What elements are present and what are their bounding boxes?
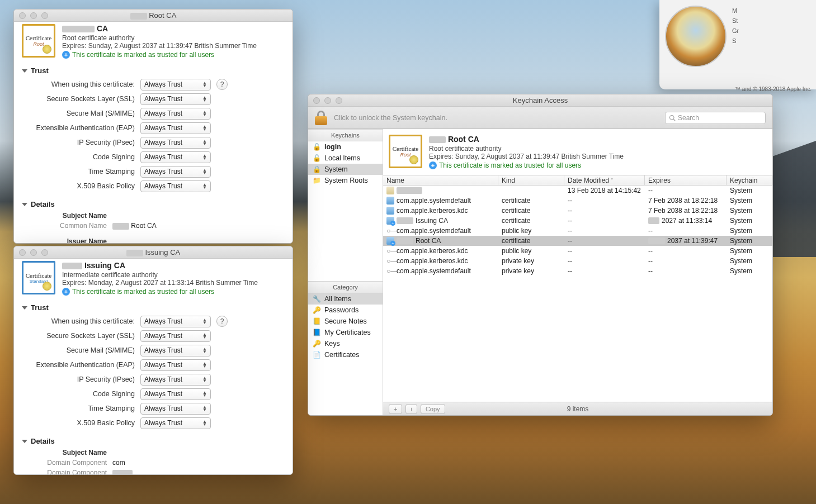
sidebar-item-keys[interactable]: 🔑Keys bbox=[308, 338, 383, 349]
cell-date: -- bbox=[564, 216, 645, 226]
disclosure-icon bbox=[22, 69, 27, 73]
trust-row-select[interactable]: Always Trust▲▼ bbox=[140, 330, 211, 342]
cert-trust-status: +This certificate is marked as trusted f… bbox=[62, 51, 257, 59]
titlebar[interactable]: Issuing CA bbox=[14, 246, 293, 259]
add-button[interactable]: + bbox=[389, 404, 402, 414]
table-row[interactable]: com.apple.kerberos.kdc certificate -- 7 … bbox=[383, 206, 772, 216]
sidebar-item-my-certificates[interactable]: 📘My Certificates bbox=[308, 327, 383, 338]
cell-name: com.apple.kerberos.kdc bbox=[397, 207, 468, 215]
certificate-icon: CertificateRoot bbox=[22, 24, 55, 58]
table-row[interactable]: com.apple.systemdefault public key -- --… bbox=[383, 226, 772, 236]
column-header-kind[interactable]: Kind bbox=[498, 175, 564, 185]
info-button[interactable]: i bbox=[405, 404, 417, 414]
trust-section-toggle[interactable]: Trust bbox=[14, 64, 293, 77]
table-row[interactable]: 13 Feb 2018 at 14:15:42 -- System bbox=[383, 186, 772, 196]
trust-row-select[interactable]: Always Trust▲▼ bbox=[140, 122, 211, 134]
cell-kind: private key bbox=[498, 256, 564, 266]
sidebar-item-system[interactable]: 🔒System bbox=[308, 164, 383, 175]
mycert-icon: 📘 bbox=[313, 329, 321, 337]
about-line: Gr bbox=[732, 26, 739, 36]
minimize-button[interactable] bbox=[30, 249, 37, 256]
when-using-select[interactable]: Always Trust▲▼ bbox=[140, 316, 211, 327]
trust-row-select[interactable]: Always Trust▲▼ bbox=[140, 180, 211, 192]
cell-name: Issuing CA bbox=[416, 217, 448, 225]
items-table: Name Kind Date Modified˄ Expires Keychai… bbox=[383, 175, 772, 402]
table-row[interactable]: com.apple.systemdefault certificate -- 7… bbox=[383, 196, 772, 206]
table-row[interactable]: com.apple.kerberos.kdc public key -- -- … bbox=[383, 246, 772, 256]
table-row[interactable]: Issuing CA certificate -- 2027 at 11:33:… bbox=[383, 216, 772, 226]
toolbar: Click to unlock the System keychain. Sea… bbox=[308, 107, 772, 129]
when-using-label: When using this certificate: bbox=[22, 317, 140, 325]
trust-row-select[interactable]: Always Trust▲▼ bbox=[140, 417, 211, 429]
column-header-expires[interactable]: Expires bbox=[645, 175, 727, 185]
details-section-toggle[interactable]: Details bbox=[14, 435, 293, 448]
disclosure-icon bbox=[22, 203, 27, 206]
cert-name: Issuing CA bbox=[62, 261, 258, 270]
lock-keychain-button[interactable] bbox=[315, 111, 327, 125]
sidebar-item-passwords[interactable]: 🔑Passwords bbox=[308, 305, 383, 316]
cell-kind: certificate bbox=[498, 196, 564, 206]
dc-label: Domain Component bbox=[22, 459, 112, 467]
table-row[interactable]: com.apple.systemdefault private key -- -… bbox=[383, 266, 772, 276]
trust-row-select[interactable]: Always Trust▲▼ bbox=[140, 137, 211, 149]
zoom-button[interactable] bbox=[41, 249, 48, 256]
trust-row-select[interactable]: Always Trust▲▼ bbox=[140, 93, 211, 105]
details-section-toggle[interactable]: Details bbox=[14, 198, 293, 211]
cert-trust-status: +This certificate is marked as trusted f… bbox=[62, 288, 258, 296]
zoom-button[interactable] bbox=[336, 97, 342, 104]
cert-subtitle: Intermediate certificate authority bbox=[62, 271, 258, 279]
sidebar-item-label: Secure Notes bbox=[324, 317, 367, 325]
search-input[interactable]: Search bbox=[665, 112, 766, 124]
table-row[interactable]: com.apple.kerberos.kdc private key -- --… bbox=[383, 256, 772, 266]
trust-row-select[interactable]: Always Trust▲▼ bbox=[140, 359, 211, 371]
trust-row-select[interactable]: Always Trust▲▼ bbox=[140, 374, 211, 386]
when-using-select[interactable]: Always Trust▲▼ bbox=[140, 79, 211, 91]
titlebar[interactable]: Root CA bbox=[14, 9, 293, 22]
trust-row-select[interactable]: Always Trust▲▼ bbox=[140, 388, 211, 400]
column-header-date[interactable]: Date Modified˄ bbox=[564, 175, 645, 185]
trust-row-select[interactable]: Always Trust▲▼ bbox=[140, 166, 211, 178]
minimize-button[interactable] bbox=[30, 12, 37, 19]
trust-section-toggle[interactable]: Trust bbox=[14, 301, 293, 314]
trust-row-select[interactable]: Always Trust▲▼ bbox=[140, 345, 211, 356]
common-name-label: Common Name bbox=[22, 222, 112, 230]
close-button[interactable] bbox=[19, 249, 26, 256]
help-button[interactable]: ? bbox=[216, 79, 228, 90]
table-row[interactable]: Root CA certificate -- 2037 at 11:39:47 … bbox=[383, 236, 772, 246]
sidebar-item-login[interactable]: 🔓login bbox=[308, 141, 383, 153]
window-title: Keychain Access bbox=[308, 96, 772, 104]
sidebar-item-local-items[interactable]: 🔓Local Items bbox=[308, 153, 383, 164]
cert-expiry: Expires: Sunday, 2 August 2037 at 11:39:… bbox=[62, 42, 257, 50]
sidebar-item-all-items[interactable]: 🔧All Items bbox=[308, 293, 383, 305]
close-button[interactable] bbox=[313, 97, 320, 104]
zoom-button[interactable] bbox=[41, 12, 48, 19]
column-header-keychain[interactable]: Keychain bbox=[727, 175, 772, 185]
cell-keychain: System bbox=[727, 206, 772, 216]
sidebar-item-system-roots[interactable]: 📁System Roots bbox=[308, 175, 383, 186]
trust-row-select[interactable]: Always Trust▲▼ bbox=[140, 403, 211, 415]
when-using-label: When using this certificate: bbox=[22, 80, 140, 88]
sidebar-item-certificates[interactable]: 📄Certificates bbox=[308, 349, 383, 360]
trust-row-select[interactable]: Always Trust▲▼ bbox=[140, 108, 211, 120]
cell-date: -- bbox=[564, 256, 645, 266]
titlebar[interactable]: Keychain Access bbox=[308, 94, 772, 107]
help-button[interactable]: ? bbox=[216, 316, 228, 327]
cell-date: -- bbox=[564, 246, 645, 256]
all-icon: 🔧 bbox=[313, 295, 321, 303]
cell-expires: 2027 at 11:33:14 bbox=[645, 216, 727, 226]
cell-keychain: System bbox=[727, 216, 772, 226]
issuer-name-heading: Issuer Name bbox=[22, 237, 112, 243]
trust-row-select[interactable]: Always Trust▲▼ bbox=[140, 151, 211, 163]
minimize-button[interactable] bbox=[324, 97, 331, 104]
cell-kind: certificate bbox=[498, 216, 564, 226]
row-type-icon bbox=[386, 187, 394, 194]
cell-keychain: System bbox=[727, 246, 772, 256]
sidebar-item-secure-notes[interactable]: 📒Secure Notes bbox=[308, 316, 383, 327]
trust-row-label: Secure Mail (S/MIME) bbox=[22, 110, 140, 117]
cert-subtitle: Root certificate authority bbox=[62, 34, 257, 42]
cell-kind: public key bbox=[498, 246, 564, 256]
column-header-name[interactable]: Name bbox=[383, 175, 498, 185]
copy-button[interactable]: Copy bbox=[421, 404, 445, 414]
cell-date: -- bbox=[564, 236, 645, 246]
close-button[interactable] bbox=[19, 12, 26, 19]
